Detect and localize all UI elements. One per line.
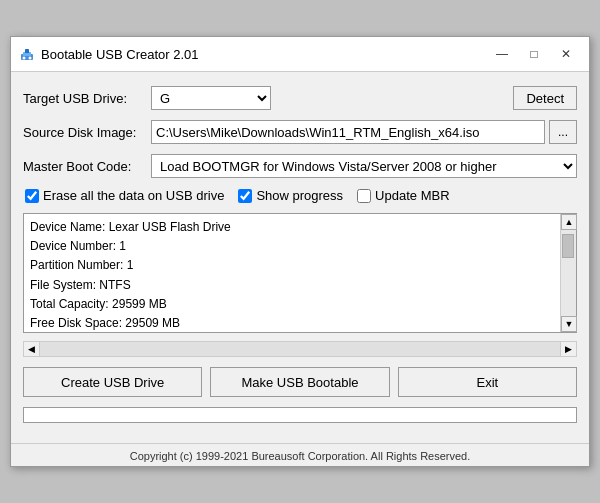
target-label: Target USB Drive: <box>23 91 143 106</box>
target-usb-select[interactable]: G H I <box>151 86 271 110</box>
erase-checkbox-item: Erase all the data on USB drive <box>25 188 224 203</box>
master-boot-row: Master Boot Code: Load BOOTMGR for Windo… <box>23 154 577 178</box>
app-icon <box>19 46 35 62</box>
scroll-down-arrow[interactable]: ▼ <box>561 316 577 332</box>
master-label: Master Boot Code: <box>23 159 143 174</box>
update-mbr-checkbox[interactable] <box>357 189 371 203</box>
checkboxes-row: Erase all the data on USB drive Show pro… <box>23 188 577 203</box>
master-controls: Load BOOTMGR for Windows Vista/Server 20… <box>151 154 577 178</box>
footer: Copyright (c) 1999-2021 Bureausoft Corpo… <box>11 443 589 466</box>
progress-checkbox-item: Show progress <box>238 188 343 203</box>
maximize-button[interactable]: □ <box>519 43 549 65</box>
scroll-track <box>561 230 576 316</box>
source-disk-row: Source Disk Image: ... <box>23 120 577 144</box>
scroll-left-arrow[interactable]: ◀ <box>24 342 40 356</box>
erase-checkbox[interactable] <box>25 189 39 203</box>
source-controls: ... <box>151 120 577 144</box>
close-button[interactable]: ✕ <box>551 43 581 65</box>
svg-rect-2 <box>25 49 29 53</box>
main-window: Bootable USB Creator 2.01 — □ ✕ Target U… <box>10 36 590 467</box>
device-info-box: Device Name: Lexar USB Flash Drive Devic… <box>23 213 577 333</box>
progress-label[interactable]: Show progress <box>256 188 343 203</box>
action-buttons-row: Create USB Drive Make USB Bootable Exit <box>23 367 577 397</box>
scroll-up-arrow[interactable]: ▲ <box>561 214 577 230</box>
create-usb-button[interactable]: Create USB Drive <box>23 367 202 397</box>
svg-point-3 <box>23 57 26 60</box>
source-path-input[interactable] <box>151 120 545 144</box>
minimize-button[interactable]: — <box>487 43 517 65</box>
scroll-right-arrow[interactable]: ▶ <box>560 342 576 356</box>
device-info-text: Device Name: Lexar USB Flash Drive Devic… <box>30 218 556 333</box>
svg-point-4 <box>29 57 32 60</box>
exit-button[interactable]: Exit <box>398 367 577 397</box>
update-mbr-checkbox-item: Update MBR <box>357 188 449 203</box>
progress-bar <box>23 407 577 423</box>
vertical-scrollbar[interactable]: ▲ ▼ <box>560 214 576 332</box>
window-title: Bootable USB Creator 2.01 <box>41 47 481 62</box>
scroll-thumb[interactable] <box>562 234 574 258</box>
target-usb-row: Target USB Drive: G H I Detect <box>23 86 577 110</box>
h-scroll-track <box>40 342 560 356</box>
make-bootable-button[interactable]: Make USB Bootable <box>210 367 389 397</box>
copyright-text: Copyright (c) 1999-2021 Bureausoft Corpo… <box>130 450 471 462</box>
window-controls: — □ ✕ <box>487 43 581 65</box>
erase-label[interactable]: Erase all the data on USB drive <box>43 188 224 203</box>
title-bar: Bootable USB Creator 2.01 — □ ✕ <box>11 37 589 72</box>
update-mbr-label[interactable]: Update MBR <box>375 188 449 203</box>
source-label: Source Disk Image: <box>23 125 143 140</box>
browse-button[interactable]: ... <box>549 120 577 144</box>
target-controls: G H I Detect <box>151 86 577 110</box>
master-boot-select[interactable]: Load BOOTMGR for Windows Vista/Server 20… <box>151 154 577 178</box>
detect-button[interactable]: Detect <box>513 86 577 110</box>
progress-checkbox[interactable] <box>238 189 252 203</box>
content-area: Target USB Drive: G H I Detect Source Di… <box>11 72 589 443</box>
horizontal-scrollbar[interactable]: ◀ ▶ <box>23 341 577 357</box>
